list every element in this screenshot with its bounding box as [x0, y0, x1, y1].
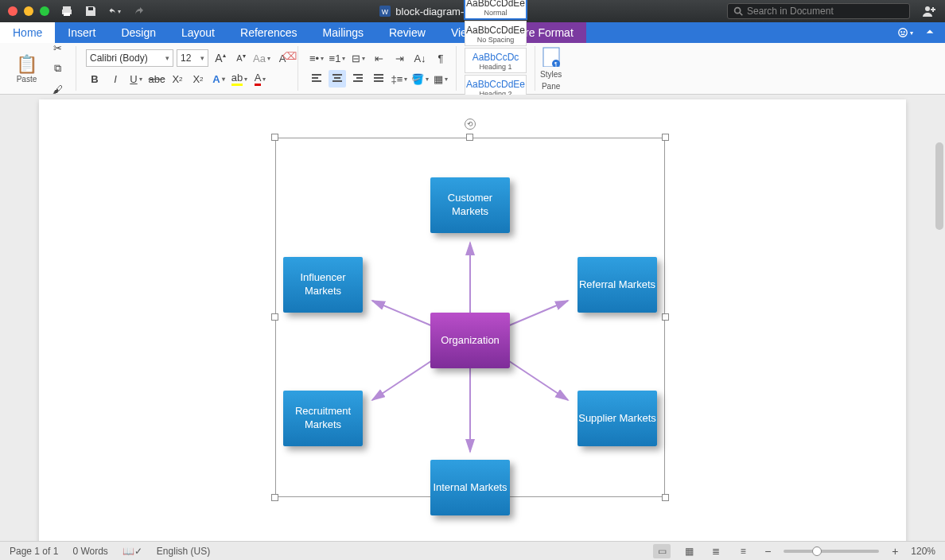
resize-handle-tr[interactable] [662, 134, 669, 141]
clear-formatting-icon[interactable]: A⌫ [274, 49, 291, 67]
resize-handle-l[interactable] [271, 313, 278, 321]
print-icon[interactable] [60, 5, 73, 18]
font-color-icon[interactable]: A [251, 70, 269, 88]
share-icon[interactable] [921, 3, 937, 19]
text-effects-icon[interactable]: A [210, 70, 228, 88]
subscript-button[interactable]: X2 [169, 70, 186, 88]
tab-design[interactable]: Design [108, 22, 169, 43]
word-doc-icon: W [379, 6, 391, 17]
show-marks-icon[interactable]: ¶ [432, 49, 449, 67]
save-icon[interactable] [84, 5, 97, 18]
svg-point-10 [901, 32, 902, 33]
tab-review[interactable]: Review [376, 22, 438, 43]
diagram-node: Customer Markets [430, 177, 510, 233]
feedback-icon[interactable]: ▾ [897, 27, 913, 38]
resize-handle-bl[interactable] [271, 494, 278, 501]
selected-picture[interactable]: ⟲ [275, 138, 665, 497]
svg-point-6 [735, 8, 741, 14]
minimize-window[interactable] [24, 6, 33, 16]
zoom-window[interactable] [40, 6, 49, 16]
page-indicator[interactable]: Page 1 of 1 [10, 546, 58, 557]
redo-icon[interactable] [132, 5, 145, 18]
style-no-spacing[interactable]: AaBbCcDdEe No Spacing [465, 21, 527, 46]
zoom-level[interactable]: 120% [911, 546, 935, 557]
tab-mailings[interactable]: Mailings [310, 22, 376, 43]
outline-view-icon[interactable]: ≣ [707, 544, 725, 558]
resize-handle-t[interactable] [466, 134, 473, 141]
strikethrough-button[interactable]: abc [148, 70, 165, 88]
undo-icon[interactable]: ▾ [108, 5, 121, 18]
copy-icon[interactable]: ⧉ [49, 60, 66, 77]
svg-text:W: W [382, 8, 389, 16]
style-normal[interactable]: AaBbCcDdEe Normal [465, 0, 527, 19]
styles-pane-icon: ¶ [542, 46, 561, 67]
word-count[interactable]: 0 Words [72, 546, 107, 557]
superscript-button[interactable]: X2 [189, 70, 207, 88]
page: ⟲ [39, 99, 906, 541]
diagram-center-node: Organization [430, 313, 510, 368]
style-heading-1[interactable]: AaBbCcDc Heading 1 [465, 48, 527, 73]
font-size-select[interactable]: 12▾ [177, 49, 208, 67]
align-center-icon[interactable] [329, 70, 346, 88]
svg-rect-2 [64, 13, 70, 16]
diagram-node: Recruitment Markets [283, 391, 363, 446]
diagram-node: Supplier Markets [578, 391, 657, 446]
diagram-node: Referral Markets [578, 257, 657, 313]
draft-view-icon[interactable]: ≡ [734, 544, 752, 558]
zoom-in-button[interactable]: + [889, 545, 901, 558]
numbering-icon[interactable]: ≡1 [329, 49, 346, 67]
styles-pane-button[interactable]: ¶ Styles Pane [535, 46, 566, 91]
close-window[interactable] [8, 6, 18, 16]
styles-gallery: AaBbCcDdEe Normal AaBbCcDdEe No Spacing … [460, 46, 531, 91]
highlight-color-icon[interactable]: ab [231, 70, 248, 88]
status-bar: Page 1 of 1 0 Words 📖✓ English (US) ▭ ▦ … [0, 541, 945, 560]
justify-icon[interactable] [370, 70, 387, 88]
bold-button[interactable]: B [86, 70, 103, 88]
svg-point-8 [925, 6, 930, 11]
cut-icon[interactable]: ✂ [49, 39, 66, 56]
zoom-out-button[interactable]: − [761, 545, 774, 558]
tab-references[interactable]: References [228, 22, 310, 43]
zoom-slider-thumb[interactable] [812, 546, 822, 556]
window-controls [8, 6, 49, 16]
svg-point-9 [899, 29, 908, 37]
diagram-node: Influencer Markets [283, 257, 363, 313]
sort-icon[interactable]: A↓ [411, 49, 429, 67]
resize-handle-br[interactable] [662, 494, 669, 501]
align-right-icon[interactable] [349, 70, 367, 88]
change-case-icon[interactable]: Aa [253, 49, 270, 67]
tab-layout[interactable]: Layout [169, 22, 228, 43]
spellcheck-icon[interactable]: 📖✓ [122, 546, 142, 557]
multilevel-list-icon[interactable]: ⊟ [349, 49, 367, 67]
svg-rect-0 [63, 6, 71, 10]
svg-text:¶: ¶ [554, 61, 558, 67]
rotate-handle[interactable]: ⟲ [465, 119, 476, 130]
document-title: W block-diagram-word2 [145, 6, 727, 18]
ribbon: 📋 Paste ✂ ⧉ 🖌 Calibri (Body)▾ 12▾ A▴ A▾ … [0, 43, 945, 95]
language-indicator[interactable]: English (US) [157, 546, 210, 557]
paste-button[interactable]: 📋 Paste [11, 54, 42, 84]
line-spacing-icon[interactable]: ‡≡ [391, 70, 408, 88]
paste-icon: 📋 [16, 54, 37, 75]
print-layout-view-icon[interactable]: ▭ [653, 544, 671, 558]
font-family-select[interactable]: Calibri (Body)▾ [86, 49, 173, 67]
svg-point-11 [904, 32, 904, 33]
align-left-icon[interactable] [308, 70, 325, 88]
search-in-document[interactable]: Search in Document [727, 3, 910, 19]
resize-handle-tl[interactable] [271, 134, 278, 141]
grow-font-icon[interactable]: A▴ [212, 49, 229, 67]
document-area[interactable]: ⟲ [0, 95, 945, 541]
resize-handle-r[interactable] [662, 313, 669, 321]
web-layout-view-icon[interactable]: ▦ [680, 544, 698, 558]
shading-icon[interactable]: 🪣 [411, 70, 429, 88]
decrease-indent-icon[interactable]: ⇤ [370, 49, 387, 67]
underline-button[interactable]: U [127, 70, 145, 88]
vertical-scrollbar[interactable] [935, 142, 943, 230]
increase-indent-icon[interactable]: ⇥ [391, 49, 408, 67]
collapse-ribbon-icon[interactable] [924, 26, 935, 40]
shrink-font-icon[interactable]: A▾ [232, 49, 250, 67]
bullets-icon[interactable]: ≡• [308, 49, 325, 67]
borders-icon[interactable]: ▦ [432, 70, 449, 88]
italic-button[interactable]: I [107, 70, 124, 88]
zoom-slider[interactable] [784, 550, 879, 553]
